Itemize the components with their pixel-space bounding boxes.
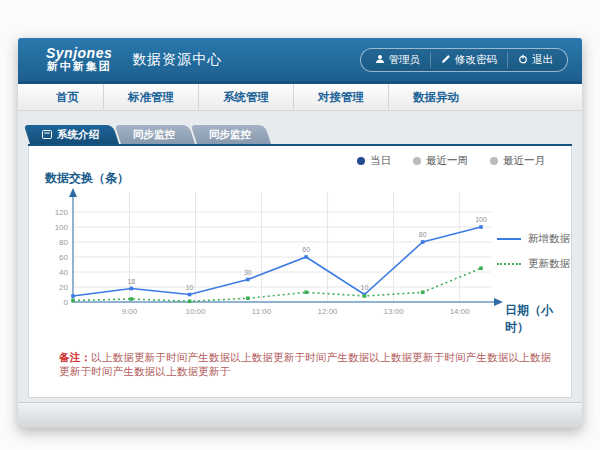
chart-x-axis-label: 日期（小时） [505, 302, 571, 336]
footnote: 备注：以上数据更新于时间产生数据以上数据更新于时间产生数据以上数据更新于时间产生… [59, 351, 555, 379]
admin-button[interactable]: 管理员 [365, 52, 431, 68]
logo-text-secondary: 新中新集团 [47, 61, 112, 73]
radio-dot [490, 157, 498, 165]
tab-label: 同步监控 [209, 128, 251, 142]
chart-legend: 新增数据 更新数据 [497, 232, 570, 271]
legend-line-sample-dotted [497, 263, 521, 265]
brand-logo: Synjones 新中新集团 [46, 46, 112, 72]
main-nav: 首页 标准管理 系统管理 对接管理 数据异动 [18, 84, 582, 111]
radio-label: 最近一月 [503, 154, 545, 168]
nav-item-standard-mgmt[interactable]: 标准管理 [103, 84, 198, 110]
change-password-button[interactable]: 修改密码 [430, 52, 507, 68]
app-title: 数据资源中心 [132, 51, 222, 69]
radio-option-today[interactable]: 当日 [357, 154, 391, 168]
svg-text:120: 120 [55, 208, 69, 217]
svg-text:100: 100 [475, 216, 487, 223]
svg-text:9:00: 9:00 [122, 307, 138, 316]
nav-item-data-change[interactable]: 数据异动 [388, 84, 483, 110]
app-footer [18, 402, 582, 428]
radio-label: 最近一周 [426, 154, 468, 168]
tab-sync-monitor-2[interactable]: 同步监控 [197, 125, 271, 144]
line-chart: 9:0010:0011:0012:0013:0014:0002040608010… [43, 180, 513, 330]
change-password-label: 修改密码 [455, 53, 497, 67]
user-menu: 管理员 修改密码 退出 [360, 48, 569, 72]
user-icon [375, 54, 385, 66]
logout-label: 退出 [532, 53, 553, 67]
tabstrip: 系统介绍 同步监控 同步监控 [28, 125, 572, 146]
svg-text:60: 60 [302, 246, 310, 253]
radio-label: 当日 [370, 154, 391, 168]
radio-option-last-month[interactable]: 最近一月 [490, 154, 545, 168]
tab-label: 同步监控 [133, 128, 175, 142]
app-header: Synjones 新中新集团 数据资源中心 管理员 修改密码 退出 [18, 38, 582, 84]
legend-item-updated-data: 更新数据 [497, 257, 570, 271]
admin-label: 管理员 [389, 53, 421, 67]
content-panel: 当日 最近一周 最近一月 数据交换（条） 9:0010:0011:0012:00… [28, 146, 572, 398]
footnote-text: 以上数据更新于时间产生数据以上数据更新于时间产生数据以上数据更新于时间产生数据以… [59, 351, 551, 377]
svg-text:80: 80 [419, 231, 427, 238]
svg-text:18: 18 [127, 278, 135, 285]
legend-item-new-data: 新增数据 [497, 232, 570, 246]
power-icon [518, 54, 528, 66]
svg-text:10: 10 [186, 284, 194, 291]
legend-label: 更新数据 [528, 257, 570, 271]
svg-text:40: 40 [59, 268, 68, 277]
svg-text:10: 10 [361, 284, 369, 291]
tab-system-intro[interactable]: 系统介绍 [30, 125, 119, 144]
nav-item-system-mgmt[interactable]: 系统管理 [198, 84, 293, 110]
document-icon [42, 129, 52, 141]
svg-text:13:00: 13:00 [384, 307, 405, 316]
footnote-label: 备注： [59, 351, 91, 363]
radio-dot [357, 157, 365, 165]
content-area: 系统介绍 同步监控 同步监控 当日 最近一周 [18, 111, 582, 398]
radio-dot [413, 157, 421, 165]
svg-text:12:00: 12:00 [318, 307, 339, 316]
svg-text:60: 60 [59, 253, 68, 262]
svg-text:20: 20 [59, 283, 68, 292]
svg-text:80: 80 [59, 238, 68, 247]
edit-icon [441, 54, 451, 66]
svg-text:0: 0 [64, 298, 69, 307]
radio-option-last-week[interactable]: 最近一周 [413, 154, 468, 168]
tab-label: 系统介绍 [57, 128, 99, 142]
svg-text:10:00: 10:00 [185, 307, 206, 316]
app-window: Synjones 新中新集团 数据资源中心 管理员 修改密码 退出 [18, 38, 582, 428]
time-filter: 当日 最近一周 最近一月 [357, 154, 545, 168]
svg-text:14:00: 14:00 [450, 307, 471, 316]
svg-text:30: 30 [244, 269, 252, 276]
legend-line-sample-solid [497, 238, 521, 240]
logo-text-primary: Synjones [46, 46, 112, 61]
tab-sync-monitor-1[interactable]: 同步监控 [121, 125, 195, 144]
legend-label: 新增数据 [528, 232, 570, 246]
nav-item-interface-mgmt[interactable]: 对接管理 [293, 84, 388, 110]
svg-text:11:00: 11:00 [252, 307, 272, 316]
logout-button[interactable]: 退出 [507, 52, 563, 68]
nav-item-home[interactable]: 首页 [32, 84, 103, 110]
svg-text:100: 100 [55, 223, 69, 232]
